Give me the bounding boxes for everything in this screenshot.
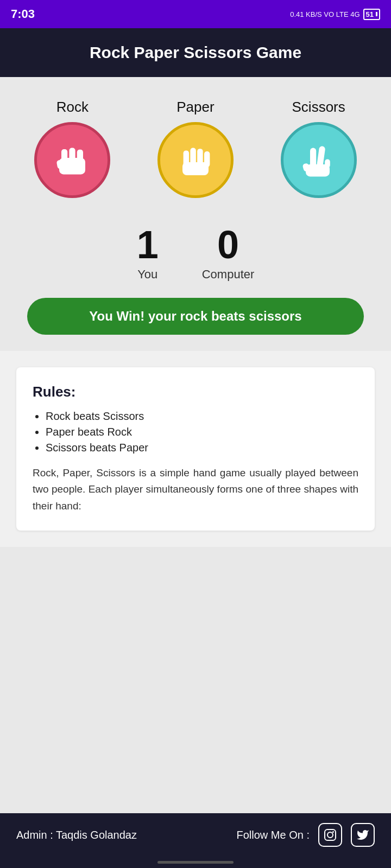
- rule-item-2: Paper beats Rock: [46, 426, 358, 438]
- scissors-label: Scissors: [292, 99, 345, 116]
- scissors-choice[interactable]: Scissors: [281, 99, 357, 198]
- app-header: Rock Paper Scissors Game: [0, 28, 391, 77]
- rock-label: Rock: [56, 99, 89, 116]
- svg-rect-15: [325, 829, 336, 840]
- svg-rect-13: [325, 159, 330, 168]
- result-message: You Win! your rock beats scissors: [89, 309, 301, 323]
- paper-choice[interactable]: Paper: [157, 99, 234, 198]
- social-area: Follow Me On :: [237, 823, 375, 847]
- rock-hand-icon: [51, 138, 94, 182]
- footer: Admin : Taqdis Golandaz Follow Me On :: [0, 813, 391, 857]
- svg-rect-3: [77, 150, 83, 162]
- choices-row: Rock Paper: [11, 99, 380, 198]
- rules-title: Rules:: [33, 384, 358, 400]
- rules-card: Rules: Rock beats Scissors Paper beats R…: [16, 367, 375, 531]
- paper-circle[interactable]: [157, 122, 234, 198]
- svg-point-17: [332, 831, 334, 833]
- svg-rect-9: [204, 151, 210, 167]
- computer-label: Computer: [202, 267, 255, 282]
- you-score-block: 1 You: [137, 225, 159, 282]
- you-score: 1: [137, 225, 159, 264]
- rules-section: Rules: Rock beats Scissors Paper beats R…: [0, 351, 391, 547]
- svg-point-16: [327, 832, 333, 838]
- status-time: 7:03: [11, 7, 35, 21]
- rock-circle[interactable]: [34, 122, 110, 198]
- twitter-icon[interactable]: [351, 823, 375, 847]
- rock-choice[interactable]: Rock: [34, 99, 110, 198]
- scissors-hand-icon: [297, 138, 340, 182]
- you-label: You: [137, 267, 157, 282]
- score-area: 1 You 0 Computer: [11, 225, 380, 282]
- svg-rect-2: [70, 148, 75, 162]
- rule-item-3: Scissors beats Paper: [46, 442, 358, 454]
- network-info: 0.41 KB/S VO LTE 4G: [290, 10, 360, 18]
- scroll-indicator: [0, 857, 391, 868]
- svg-rect-8: [197, 149, 203, 167]
- rules-description: Rock, Paper, Scissors is a simple hand g…: [33, 465, 358, 514]
- instagram-icon[interactable]: [318, 823, 342, 847]
- svg-rect-6: [184, 150, 189, 167]
- result-banner: You Win! your rock beats scissors: [27, 298, 364, 335]
- paper-hand-icon: [174, 138, 217, 182]
- scissors-circle[interactable]: [281, 122, 357, 198]
- rules-list: Rock beats Scissors Paper beats Rock Sci…: [33, 410, 358, 454]
- svg-rect-1: [61, 149, 67, 162]
- admin-label: Admin : Taqdis Golandaz: [16, 829, 137, 841]
- computer-score: 0: [217, 225, 239, 264]
- social-label: Follow Me On :: [237, 829, 310, 841]
- svg-rect-7: [190, 148, 195, 167]
- battery-icon: 51: [363, 9, 380, 20]
- svg-rect-11: [310, 148, 316, 169]
- status-icons: 0.41 KB/S VO LTE 4G 51: [290, 9, 380, 20]
- status-bar: 7:03 0.41 KB/S VO LTE 4G 51: [0, 0, 391, 28]
- empty-space: [0, 547, 391, 813]
- paper-label: Paper: [176, 99, 214, 116]
- rule-item-1: Rock beats Scissors: [46, 410, 358, 423]
- page-title: Rock Paper Scissors Game: [90, 43, 301, 61]
- scroll-bar: [157, 861, 234, 864]
- computer-score-block: 0 Computer: [202, 225, 255, 282]
- game-area: Rock Paper: [0, 77, 391, 351]
